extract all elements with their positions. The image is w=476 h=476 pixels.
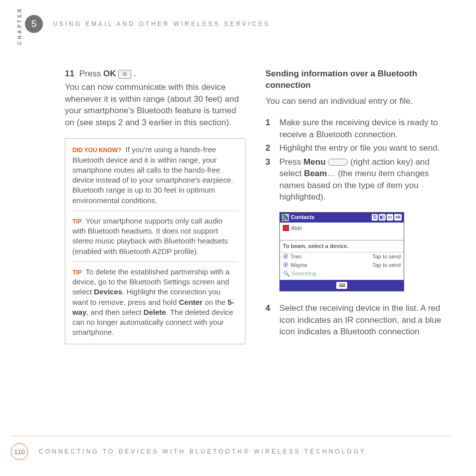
- searching-row: 🔍 Searching…: [283, 269, 401, 278]
- tip-text-e: on the: [203, 298, 228, 306]
- footer-section-title: CONNECTING TO DEVICES WITH BLUETOOTH® WI…: [39, 448, 366, 455]
- keyboard-icon: ⌨: [336, 282, 347, 289]
- menu-key-icon: [328, 159, 348, 166]
- page-footer: 110 CONNECTING TO DEVICES WITH BLUETOOTH…: [11, 436, 451, 460]
- center-bold: Center: [179, 298, 203, 306]
- section-subhead: Sending information over a Bluetooth con…: [265, 68, 446, 91]
- s3-a: Press: [279, 157, 303, 167]
- step-number: 2: [265, 142, 274, 154]
- step-text: Press: [79, 69, 103, 78]
- bluetooth-icon: ⦿: [283, 253, 288, 259]
- searching-text: Searching…: [291, 270, 322, 276]
- device-softkey-bar: ⌨: [280, 280, 404, 291]
- paragraph: You can now communicate with this device…: [65, 81, 245, 128]
- ok-button-icon: ⦿: [118, 70, 131, 79]
- right-column: Sending information over a Bluetooth con…: [265, 68, 446, 344]
- divider: [72, 261, 238, 262]
- tip-label: TIP: [72, 218, 82, 225]
- did-you-know-callout: DID YOU KNOW? If you're using a hands-fr…: [72, 145, 238, 206]
- menu-bold: Menu: [303, 157, 325, 167]
- beam-target-action: Tap to send: [372, 261, 401, 269]
- beam-target-row: ⦿Wayne Tap to send: [283, 261, 401, 269]
- tip-callout: TIP To delete the established partnershi…: [72, 267, 238, 338]
- step-number: 4: [265, 302, 274, 337]
- step-body: Press Menu (right action key) and select…: [279, 156, 446, 203]
- beam-target-action: Tap to send: [372, 253, 401, 260]
- step-body: Highlight the entry or file you want to …: [279, 142, 446, 154]
- step-body: Press OK ⦿ .: [79, 68, 245, 79]
- tip-text: Your smartphone supports only call audio…: [72, 217, 228, 255]
- search-icon: 🔍: [283, 270, 290, 276]
- device-titlebar: Contacts ☰ ▮▯ ▭ ok: [280, 213, 404, 223]
- tip-callout: TIP Your smartphone supports only call a…: [72, 216, 238, 256]
- bluetooth-icon: ⦿: [283, 262, 288, 268]
- device-instruction: To beam, select a device.: [280, 240, 404, 252]
- tip-label: TIP: [72, 269, 82, 276]
- device-screenshot: Contacts ☰ ▮▯ ▭ ok Abbi To beam, select …: [279, 212, 404, 292]
- step-body: Select the receiving device in the list.…: [279, 302, 446, 337]
- intro-paragraph: You can send an individual entry or file…: [265, 95, 446, 107]
- step-4: 4 Select the receiving device in the lis…: [265, 302, 446, 337]
- step-11: 11 Press OK ⦿ .: [65, 68, 245, 79]
- beam-target-name: Wayne: [290, 262, 307, 268]
- tip-text-g: , and then select: [86, 308, 143, 316]
- contact-name: Abbi: [291, 225, 302, 232]
- tray-icon: ☰: [372, 214, 378, 220]
- windows-flag-icon: [282, 214, 289, 221]
- step-body: Make sure the receiving device is ready …: [279, 117, 446, 140]
- chapter-title: USING EMAIL AND OTHER WIRELESS SERVICES: [53, 20, 270, 27]
- step-suffix: .: [131, 69, 136, 78]
- devices-bold: Devices: [94, 287, 122, 296]
- contact-icon: [283, 225, 289, 231]
- chapter-number-badge: 5: [25, 15, 43, 33]
- step-number: 3: [265, 156, 274, 203]
- did-you-know-text: If you're using a hands-free Bluetooth d…: [72, 145, 233, 204]
- did-you-know-label: DID YOU KNOW?: [72, 147, 121, 154]
- ok-label: OK: [103, 69, 116, 78]
- device-app-title: Contacts: [291, 214, 370, 221]
- device-beam-list: ⦿Treo Tap to send ⦿Wayne Tap to send 🔍 S…: [280, 252, 404, 280]
- beam-bold: Beam: [304, 169, 327, 178]
- step-number: 1: [265, 117, 274, 140]
- callout-box: DID YOU KNOW? If you're using a hands-fr…: [65, 138, 245, 344]
- beam-target-row: ⦿Treo Tap to send: [283, 252, 401, 261]
- contact-row: Abbi: [283, 225, 401, 232]
- left-column: 11 Press OK ⦿ . You can now communicate …: [65, 68, 245, 344]
- header-row: 5 USING EMAIL AND OTHER WIRELESS SERVICE…: [25, 15, 451, 33]
- chapter-vertical-label: CHAPTER: [17, 7, 22, 45]
- page-number: 110: [11, 443, 28, 460]
- beam-target-name: Treo: [290, 253, 301, 259]
- step-number: 11: [65, 68, 74, 79]
- delete-bold: Delete: [144, 308, 166, 316]
- device-ok-button: ok: [394, 214, 402, 220]
- step-1: 1 Make sure the receiving device is read…: [265, 117, 446, 140]
- device-contacts-area: Abbi: [280, 223, 404, 240]
- device-tray: ☰ ▮▯ ▭ ok: [372, 214, 402, 220]
- signal-icon: ▮▯: [379, 214, 386, 220]
- step-2: 2 Highlight the entry or file you want t…: [265, 142, 446, 154]
- divider: [72, 211, 238, 211]
- battery-icon: ▭: [387, 214, 393, 220]
- step-3: 3 Press Menu (right action key) and sele…: [265, 156, 446, 203]
